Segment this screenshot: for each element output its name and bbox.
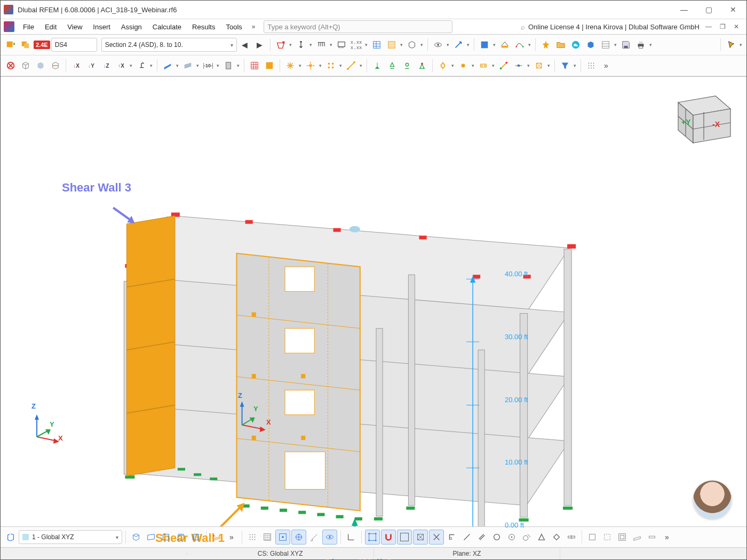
menu-tools[interactable]: Tools bbox=[220, 21, 247, 33]
osnap-circle-icon[interactable] bbox=[490, 530, 504, 544]
section-prev-icon[interactable]: ◀ bbox=[238, 38, 252, 52]
workplane-icon[interactable] bbox=[210, 530, 224, 544]
nodal-load-icon[interactable] bbox=[294, 38, 308, 52]
guide-5-icon[interactable] bbox=[645, 530, 659, 544]
osnap-magnet-icon[interactable] bbox=[381, 530, 396, 545]
guide-2-icon[interactable] bbox=[600, 530, 614, 544]
snap-obj-icon[interactable] bbox=[291, 530, 306, 545]
results-smooth-icon[interactable] bbox=[513, 38, 527, 52]
model-cube-icon[interactable] bbox=[584, 38, 598, 52]
toolbar-more-icon[interactable]: » bbox=[599, 59, 613, 73]
load-badge[interactable]: 2.4E bbox=[34, 38, 50, 52]
menu-assign[interactable]: Assign bbox=[116, 21, 147, 33]
mdi-minimize-icon[interactable]: — bbox=[704, 22, 713, 31]
menu-edit[interactable]: Edit bbox=[39, 21, 62, 33]
load-wizard-icon[interactable] bbox=[385, 38, 399, 52]
table-view-icon[interactable] bbox=[599, 38, 613, 52]
display-arrow-icon[interactable] bbox=[451, 38, 465, 52]
node-grid-icon[interactable] bbox=[324, 59, 338, 73]
print-icon[interactable] bbox=[634, 38, 648, 52]
osnap-tangent-icon[interactable] bbox=[520, 530, 534, 544]
loadcase-copy-icon[interactable] bbox=[19, 38, 33, 52]
keyword-search-input[interactable]: Type a keyword (Alt+Q) bbox=[264, 20, 452, 33]
menu-more[interactable]: » bbox=[248, 21, 260, 32]
osnap-end-icon[interactable] bbox=[397, 530, 412, 545]
area-load-icon[interactable] bbox=[335, 38, 348, 52]
hinge-2-icon[interactable] bbox=[456, 59, 470, 73]
osnap-grid-icon[interactable] bbox=[365, 530, 380, 545]
view-side-icon[interactable] bbox=[189, 530, 203, 544]
undo-cancel-icon[interactable] bbox=[4, 59, 18, 73]
box-section-icon[interactable] bbox=[49, 59, 62, 73]
axis-z-icon[interactable]: ↓Z bbox=[99, 59, 113, 73]
support-3-icon[interactable] bbox=[400, 59, 414, 73]
load-table-icon[interactable] bbox=[370, 38, 384, 52]
mdi-restore-icon[interactable]: ❐ bbox=[718, 22, 727, 31]
osnap-perp-icon[interactable] bbox=[445, 530, 459, 544]
delete-load-icon[interactable] bbox=[274, 38, 288, 52]
osnap-int-icon[interactable] bbox=[429, 530, 444, 545]
hinge-5-icon[interactable] bbox=[512, 59, 526, 73]
axis-neg-x-icon[interactable]: ↑X bbox=[114, 59, 128, 73]
navigation-cube[interactable]: +Y -X bbox=[662, 86, 737, 150]
section-combo[interactable]: Section 2.4 (ASD), 8. to 10.▾ bbox=[101, 38, 237, 52]
guide-1-icon[interactable] bbox=[585, 530, 599, 544]
cloud-icon[interactable] bbox=[569, 38, 583, 52]
menu-insert[interactable]: Insert bbox=[88, 21, 116, 33]
loadcase-new-icon[interactable] bbox=[4, 38, 18, 52]
load-solid-icon[interactable] bbox=[405, 38, 419, 52]
snap-eye-icon[interactable] bbox=[322, 530, 337, 545]
close-button[interactable]: ✕ bbox=[721, 1, 745, 19]
line-load-icon[interactable] bbox=[314, 38, 328, 52]
mesh-icon[interactable] bbox=[248, 59, 261, 73]
grid-dots-icon[interactable] bbox=[584, 59, 598, 73]
guide-4-icon[interactable] bbox=[630, 530, 644, 544]
hinge-3-icon[interactable] bbox=[476, 59, 490, 73]
support-4-icon[interactable] bbox=[415, 59, 429, 73]
design-situation-combo[interactable]: DS4 bbox=[51, 38, 97, 52]
member-icon[interactable] bbox=[161, 59, 174, 73]
mesh-surface-icon[interactable] bbox=[263, 59, 276, 73]
menu-file[interactable]: File bbox=[18, 21, 39, 33]
snap-line-icon[interactable] bbox=[307, 530, 321, 544]
osnap-quad-icon[interactable] bbox=[550, 530, 563, 544]
coord-system-combo[interactable]: 1 - Global XYZ▾ bbox=[19, 530, 122, 544]
hinge-6-icon[interactable] bbox=[532, 59, 546, 73]
box-wire-icon[interactable] bbox=[19, 59, 33, 73]
grid-toggle-icon[interactable] bbox=[245, 530, 259, 544]
snap-grid-icon[interactable] bbox=[275, 530, 290, 545]
load-xxx-icon[interactable]: x.xxx.xx bbox=[349, 38, 363, 52]
node-star-icon[interactable] bbox=[283, 59, 297, 73]
save-icon[interactable] bbox=[619, 38, 633, 52]
support-1-icon[interactable] bbox=[370, 59, 384, 73]
surface-icon[interactable] bbox=[181, 59, 195, 73]
results-icon[interactable] bbox=[478, 38, 491, 52]
section-cross-icon[interactable] bbox=[221, 59, 235, 73]
model-viewport[interactable]: Shear Wall 3 Shear Wall 1 Shear Wall 2 4… bbox=[1, 76, 746, 526]
osnap-center-icon[interactable] bbox=[505, 530, 519, 544]
ortho-icon[interactable] bbox=[344, 530, 358, 544]
box-solid-icon[interactable] bbox=[34, 59, 47, 73]
osnap-near-icon[interactable] bbox=[460, 530, 474, 544]
minimize-button[interactable]: — bbox=[672, 1, 696, 19]
axis-x-icon[interactable]: ↓X bbox=[69, 59, 83, 73]
section-next-icon[interactable]: ▶ bbox=[253, 38, 267, 52]
osnap-bar-icon[interactable] bbox=[565, 530, 578, 544]
node-snap-icon[interactable] bbox=[304, 59, 317, 73]
microscope-icon[interactable] bbox=[134, 59, 148, 73]
axis-y-icon[interactable]: ↓Y bbox=[84, 59, 98, 73]
visibility-eye-icon[interactable] bbox=[431, 38, 445, 52]
hinge-4-icon[interactable] bbox=[497, 59, 511, 73]
view-front-icon[interactable] bbox=[174, 530, 188, 544]
view-top-icon[interactable] bbox=[159, 530, 173, 544]
cs-icon[interactable] bbox=[4, 530, 18, 544]
license-search-icon[interactable]: ⌕ bbox=[521, 23, 525, 31]
maximize-button[interactable]: ▢ bbox=[696, 1, 721, 19]
view-iso-icon[interactable] bbox=[129, 530, 143, 544]
menu-view[interactable]: View bbox=[62, 21, 88, 33]
osnap-triangle-icon[interactable] bbox=[535, 530, 549, 544]
dimension-10-icon[interactable]: ├10┤ bbox=[201, 59, 215, 73]
workplane-more-icon[interactable]: » bbox=[225, 530, 239, 544]
select-cursor-icon[interactable] bbox=[724, 38, 738, 52]
guide-3-icon[interactable] bbox=[615, 530, 629, 544]
